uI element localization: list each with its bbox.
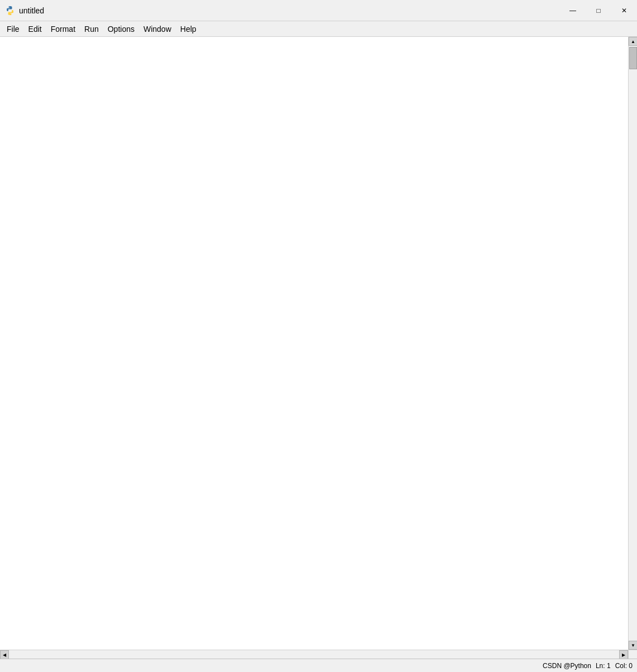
- minimize-button[interactable]: —: [560, 0, 586, 21]
- scroll-down-button[interactable]: ▼: [629, 641, 637, 650]
- menu-file[interactable]: File: [2, 21, 24, 37]
- title-bar: untitled — □ ✕: [0, 0, 637, 21]
- scrollbar-vertical-thumb[interactable]: [629, 47, 637, 69]
- scroll-up-button[interactable]: ▲: [629, 37, 637, 46]
- watermark-text: CSDN @Python: [543, 662, 591, 670]
- status-col: Col: 0: [615, 662, 633, 670]
- menu-window[interactable]: Window: [139, 21, 176, 37]
- menu-format[interactable]: Format: [46, 21, 80, 37]
- title-bar-controls: — □ ✕: [560, 0, 637, 21]
- editor-container: ▲ ▼: [0, 37, 637, 650]
- menu-help[interactable]: Help: [176, 21, 201, 37]
- python-icon: [4, 5, 16, 16]
- scrollbar-vertical[interactable]: ▲ ▼: [628, 37, 637, 650]
- title-bar-left: untitled: [4, 5, 44, 16]
- status-bar: CSDN @Python Ln: 1 Col: 0: [0, 659, 637, 672]
- scrollbar-horizontal[interactable]: ◀ ▶: [0, 650, 628, 659]
- scroll-left-button[interactable]: ◀: [0, 650, 9, 659]
- scrollbar-horizontal-container: ◀ ▶: [0, 650, 637, 659]
- close-button[interactable]: ✕: [611, 0, 637, 21]
- scrollbar-horizontal-track[interactable]: [9, 650, 619, 659]
- menu-edit[interactable]: Edit: [24, 21, 46, 37]
- scrollbar-corner: [628, 650, 637, 659]
- menu-options[interactable]: Options: [103, 21, 139, 37]
- editor-main: [0, 37, 628, 650]
- status-line: Ln: 1: [596, 662, 611, 670]
- scroll-right-button[interactable]: ▶: [619, 650, 628, 659]
- maximize-button[interactable]: □: [586, 0, 611, 21]
- menu-run[interactable]: Run: [80, 21, 103, 37]
- menu-bar: File Edit Format Run Options Window Help: [0, 21, 637, 37]
- status-watermark: CSDN @Python Ln: 1 Col: 0: [543, 662, 633, 670]
- editor-textarea[interactable]: [0, 37, 628, 650]
- window-title: untitled: [19, 6, 44, 15]
- scrollbar-vertical-track[interactable]: [629, 46, 637, 641]
